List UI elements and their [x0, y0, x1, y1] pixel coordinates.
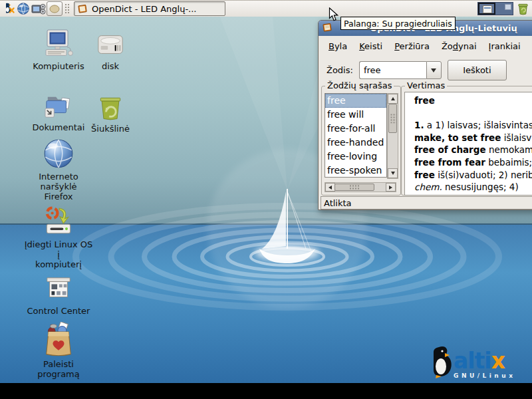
control-center-icon — [43, 275, 74, 305]
status-bar: Atlikta — [321, 196, 532, 209]
translation-legend: Vertimas — [405, 80, 447, 90]
menu-žodynai[interactable]: Žodynai — [436, 39, 483, 54]
search-button-label: Ieškoti — [463, 65, 491, 75]
translation-line: chem. nesusijungęs; 4) — [414, 181, 532, 194]
desktop-icon-label: Interneto naršyklė Firefox — [22, 172, 95, 201]
desktop-icon-label: Šiukšlinė — [91, 124, 130, 134]
scrollbar-thumb[interactable] — [334, 184, 374, 191]
media-player-icon[interactable] — [31, 2, 46, 15]
baltix-brand-text: altix — [454, 351, 515, 371]
triangle-down-icon — [391, 172, 395, 177]
translation-line: free — [414, 94, 532, 107]
taskbar: OpenDict - LED Anglų-... — [0, 0, 532, 17]
word-list-item[interactable]: free-for-all — [325, 122, 386, 136]
computer-icon — [43, 28, 74, 60]
translation-frame: Vertimas free 1. a 1) laisvas; išlaisvin… — [401, 86, 532, 196]
recycle-bin-icon — [96, 93, 125, 122]
translation-line: 1. a 1) laisvas; išlaisvintas; t — [414, 119, 532, 132]
task-button-opendict[interactable]: OpenDict - LED Anglų-... — [74, 1, 225, 16]
desktop-icon-install-linux[interactable]: Įdiegti Linux OS į kompiuterį — [22, 205, 95, 269]
translation-pane: free 1. a 1) laisvas; išlaisvintas; tmak… — [404, 92, 532, 196]
desktop-icon-label: Kompiuteris — [33, 61, 84, 71]
word-list-frame: Žodžių sąrašas freefree willfree-for-all… — [321, 86, 401, 196]
install-os-icon — [42, 205, 75, 238]
scroll-up-button[interactable] — [388, 94, 398, 104]
translation-line: free from fear bebaimis; t — [414, 156, 532, 169]
desktop-icon-run-program[interactable]: Paleisti programą — [22, 322, 95, 379]
menu-peržiūra[interactable]: Peržiūra — [388, 39, 436, 54]
mini-window-icon — [505, 4, 511, 10]
menu-įrankiai[interactable]: Įrankiai — [483, 39, 527, 54]
grip-dots — [390, 114, 396, 124]
globe-browser-icon — [42, 137, 75, 170]
tasklist-handle[interactable] — [64, 3, 69, 15]
translation-line: free iš(si)vaduoti; 2) neribo — [414, 169, 532, 182]
scrollbar-thumb[interactable] — [388, 104, 397, 133]
documents-folder-icon — [43, 93, 74, 121]
mini-window-icon — [483, 5, 492, 13]
chevron-down-icon — [431, 68, 436, 75]
desktop-icon-label: Control Center — [27, 306, 90, 316]
scroll-left-button[interactable] — [325, 183, 335, 192]
desktop-icon-label: Dokumentai — [33, 122, 85, 132]
word-list-legend: Žodžių sąrašas — [325, 80, 394, 90]
menu-keisti[interactable]: Keisti — [353, 39, 388, 54]
search-row: Žodis: free Ieškoti — [319, 58, 532, 82]
desktop-icon-label: disk — [102, 61, 119, 71]
word-list[interactable]: freefree willfree-for-allfree-handedfree… — [325, 93, 387, 178]
task-button-label: OpenDict - LED Anglų-... — [92, 4, 196, 14]
vertical-scrollbar[interactable] — [387, 93, 398, 179]
desktop-icon-label: Paleisti programą — [22, 359, 95, 379]
web-globe-icon[interactable] — [17, 2, 30, 15]
horizontal-scrollbar[interactable] — [325, 182, 396, 192]
show-desktop-button[interactable] — [47, 1, 63, 16]
workspace-switcher[interactable] — [477, 2, 513, 15]
triangle-left-icon — [327, 186, 332, 190]
workspace-1[interactable] — [478, 3, 495, 15]
status-text: Atlikta — [324, 198, 352, 208]
translation-line — [414, 107, 532, 120]
desktop-icon-firefox[interactable]: Interneto naršyklė Firefox — [22, 137, 95, 201]
desktop-icon-computer[interactable]: Kompiuteris — [31, 28, 86, 71]
combo-dropdown-button[interactable] — [426, 61, 442, 79]
opendict-window: OpenDict - LED Anglų-Lietuvių BylaKeisti… — [318, 20, 532, 210]
scroll-down-button[interactable] — [388, 168, 398, 178]
desktop-icon-control-center[interactable]: Control Center — [27, 275, 90, 316]
word-list-item[interactable]: free-handed — [325, 136, 386, 150]
run-program-bag-icon — [41, 322, 76, 358]
triangle-up-icon — [391, 95, 395, 100]
menu-pagalba[interactable]: Pagalba — [527, 39, 532, 54]
desktop-icon-label: Įdiegti Linux OS į kompiuterį — [22, 239, 95, 269]
triangle-right-icon — [389, 186, 394, 190]
screen: { "top_panel": { "menus": ["Programos", … — [0, 0, 532, 399]
tooltip-text: Palanga: Su pragiedruliais — [344, 19, 452, 29]
scroll-right-button[interactable] — [386, 183, 396, 192]
weather-tooltip: Palanga: Su pragiedruliais — [340, 17, 456, 30]
window-menubar: BylaKeistiPeržiūraŽodynaiĮrankiaiPagalba — [319, 36, 532, 57]
word-input[interactable]: free — [359, 61, 426, 79]
desktop-icon-trash[interactable]: Šiukšlinė — [82, 93, 138, 134]
word-list-item[interactable]: free — [325, 94, 386, 108]
translation-line: make, to set free išlaisvin — [414, 132, 532, 144]
desktop-icon-disk[interactable]: disk — [82, 31, 138, 71]
show-desktop-icon — [49, 5, 60, 13]
desktop-icon-documents[interactable]: Dokumentai — [31, 93, 86, 132]
workspace-2[interactable] — [495, 3, 513, 15]
menu-byla[interactable]: Byla — [323, 39, 353, 54]
baltix-subtitle: GNU/Linux — [454, 372, 515, 379]
baltix-logo: altix GNU/Linux — [430, 344, 529, 379]
search-button[interactable]: Ieškoti — [448, 60, 507, 80]
word-label: Žodis: — [327, 65, 353, 75]
baltix-icon[interactable] — [2, 2, 15, 15]
trash-applet-icon[interactable] — [517, 2, 529, 15]
disk-icon — [95, 31, 126, 60]
word-list-item[interactable]: free-loving — [325, 150, 386, 164]
grip-dots — [349, 184, 360, 190]
word-list-item[interactable]: free-spoken — [325, 164, 386, 178]
word-combobox[interactable]: free — [359, 61, 442, 79]
translation-line: free of charge nemokama — [414, 144, 532, 156]
opendict-book-icon — [77, 3, 88, 14]
word-list-item[interactable]: free will — [325, 108, 386, 122]
